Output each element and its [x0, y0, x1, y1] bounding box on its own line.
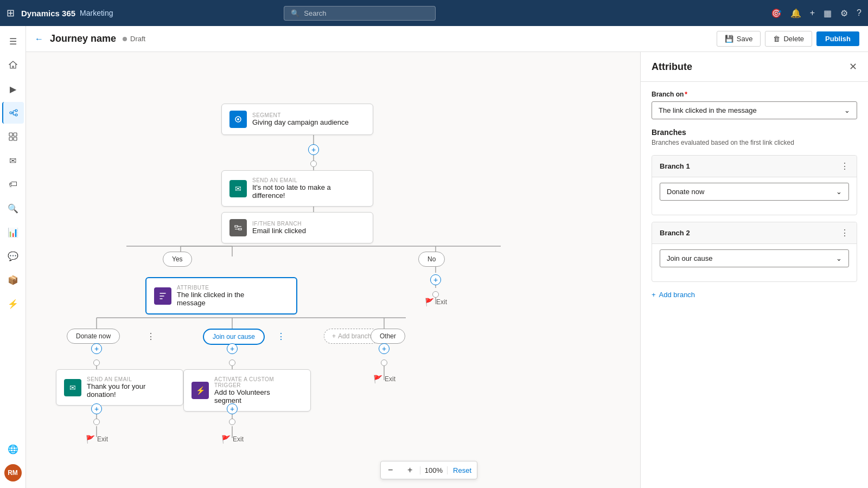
- yes-branch-label[interactable]: Yes: [163, 252, 192, 267]
- branch-2-chevron: ⌄: [836, 254, 842, 262]
- branches-title: Branches: [652, 128, 857, 137]
- add-other[interactable]: +: [379, 343, 390, 354]
- email2-label: Thank you for your donation!: [87, 382, 161, 399]
- back-button[interactable]: ←: [35, 34, 43, 44]
- publish-button[interactable]: Publish: [816, 31, 859, 46]
- nav-help-icon[interactable]: 🎯: [771, 8, 782, 18]
- nav-settings-icon[interactable]: ⚙: [840, 8, 848, 18]
- zoom-in-button[interactable]: +: [400, 461, 420, 479]
- add-branch-icon: +: [652, 291, 656, 299]
- journey-title: Journey name: [50, 33, 116, 44]
- panel-close-button[interactable]: ✕: [849, 61, 857, 73]
- trigger-node[interactable]: ⚡ Activate a custom trigger Add to Volun…: [183, 369, 311, 412]
- add-branch-text: Add branch: [338, 332, 371, 340]
- sidebar-item-segments[interactable]: [2, 126, 24, 147]
- zoom-reset-button[interactable]: Reset: [448, 461, 477, 479]
- panel-title: Attribute: [652, 61, 692, 73]
- ifthen-node[interactable]: If/then branch Email link clicked ⋮: [221, 212, 373, 243]
- ifthen-content: If/then branch Email link clicked: [252, 221, 351, 235]
- segment-node[interactable]: Segment Giving day campaign audience: [221, 104, 373, 135]
- ifthen-type: If/then branch: [252, 221, 351, 227]
- other-exit-text: Exit: [385, 375, 395, 383]
- join-cause-connector: [229, 359, 235, 366]
- zoom-controls: − + 100% Reset: [380, 461, 477, 479]
- add-after-no[interactable]: +: [430, 274, 441, 285]
- sidebar-item-emails[interactable]: ✉: [2, 150, 24, 171]
- join-cause-menu[interactable]: ⋮: [277, 331, 285, 342]
- sidebar-item-play[interactable]: ▶: [2, 78, 24, 100]
- sidebar-item-messages[interactable]: 💬: [2, 245, 24, 267]
- sidebar-item-menu[interactable]: ☰: [2, 30, 24, 52]
- email2-node[interactable]: ✉ Send an email Thank you for your donat…: [56, 369, 183, 406]
- sidebar-item-tags[interactable]: 🏷: [2, 174, 24, 195]
- delete-button[interactable]: 🗑 Delete: [765, 31, 812, 47]
- email2-type: Send an email: [87, 376, 161, 382]
- sidebar-item-insights[interactable]: 🔍: [2, 197, 24, 219]
- email1-node[interactable]: ✉ Send an email It's not too late to mak…: [221, 170, 373, 207]
- sidebar-item-global[interactable]: 🌐: [2, 438, 24, 460]
- nav-grid-icon[interactable]: ▦: [824, 8, 832, 18]
- email1-type: Send an email: [252, 177, 351, 183]
- no-branch-label[interactable]: No: [418, 252, 445, 267]
- other-branch[interactable]: Other: [371, 329, 405, 344]
- nav-notification-icon[interactable]: 🔔: [790, 8, 801, 18]
- search-bar[interactable]: 🔍 Search: [284, 6, 436, 21]
- branch-1-menu[interactable]: ⋮: [840, 161, 849, 171]
- branch-2-select[interactable]: Join our cause ⌄: [660, 249, 849, 267]
- trigger-exit-connector: [229, 419, 235, 425]
- branch-on-chevron: ⌄: [844, 106, 850, 114]
- attribute-node[interactable]: Attribute The link clicked in the messag…: [145, 277, 297, 314]
- sidebar-item-home[interactable]: [2, 54, 24, 76]
- attribute-content: Attribute The link clicked in the messag…: [177, 285, 275, 307]
- branch-1-chevron: ⌄: [836, 188, 842, 196]
- branch-1-select[interactable]: Donate now ⌄: [660, 183, 849, 201]
- save-button[interactable]: 💾 Save: [717, 31, 761, 47]
- save-icon: 💾: [725, 35, 733, 43]
- module-name: Marketing: [80, 9, 113, 17]
- add-branch-button[interactable]: + Add branch: [652, 288, 695, 301]
- add-after-email2[interactable]: +: [91, 403, 102, 414]
- donate-exit-text: Exit: [97, 435, 108, 443]
- segment-type: Segment: [252, 112, 365, 118]
- user-avatar-initials: RM: [4, 464, 22, 481]
- nav-icons: 🎯 🔔 + ▦ ⚙ ?: [771, 8, 861, 18]
- nav-question-icon[interactable]: ?: [857, 8, 861, 18]
- zoom-out-button[interactable]: −: [381, 461, 400, 479]
- email1-label: It's not too late to make a difference!: [252, 183, 351, 200]
- sidebar-item-journeys[interactable]: [2, 102, 24, 124]
- donate-now-branch[interactable]: Donate now: [67, 329, 120, 344]
- canvas-inner: Segment Giving day campaign audience + ✉…: [26, 52, 640, 488]
- other-exit-label: 🚩 Exit: [373, 375, 395, 383]
- required-star: *: [685, 91, 687, 98]
- nav-add-icon[interactable]: +: [810, 8, 815, 18]
- branch-2-menu[interactable]: ⋮: [840, 228, 849, 238]
- add-after-segment[interactable]: +: [308, 144, 319, 155]
- draft-dot: [123, 37, 127, 41]
- sidebar-item-assets[interactable]: 📦: [2, 269, 24, 291]
- add-donate-now[interactable]: +: [91, 343, 102, 354]
- connector-1: [310, 160, 317, 167]
- add-join-cause[interactable]: +: [227, 343, 238, 354]
- nav-brand: Dynamics 365 Marketing: [21, 9, 113, 18]
- branch-2-header: Branch 2 ⋮: [652, 222, 857, 244]
- segment-label: Giving day campaign audience: [252, 118, 365, 126]
- no-connector: [432, 291, 439, 298]
- branch-1-value: Donate now: [667, 188, 704, 196]
- status-text: Draft: [130, 35, 145, 43]
- sidebar-item-analytics[interactable]: 📊: [2, 221, 24, 243]
- donate-now-menu[interactable]: ⋮: [146, 331, 155, 342]
- sidebar-item-triggers[interactable]: ⚡: [2, 293, 24, 314]
- svg-rect-5: [9, 137, 12, 140]
- branches-desc: Branches evaluated based on the first li…: [652, 139, 857, 146]
- user-avatar[interactable]: RM: [2, 462, 24, 484]
- segment-icon: [229, 111, 247, 128]
- ifthen-label: Email link clicked: [252, 227, 351, 235]
- brand-name: Dynamics 365: [21, 9, 75, 18]
- trigger-content: Activate a custom trigger Add to Volunte…: [214, 376, 289, 404]
- email2-icon: ✉: [64, 379, 81, 396]
- branch-on-select[interactable]: The link clicked in the message ⌄: [652, 101, 857, 119]
- add-after-trigger[interactable]: +: [227, 403, 238, 414]
- apps-icon[interactable]: ⊞: [7, 7, 15, 19]
- ifthen-icon: [229, 219, 247, 236]
- join-cause-branch[interactable]: Join our cause: [203, 329, 265, 345]
